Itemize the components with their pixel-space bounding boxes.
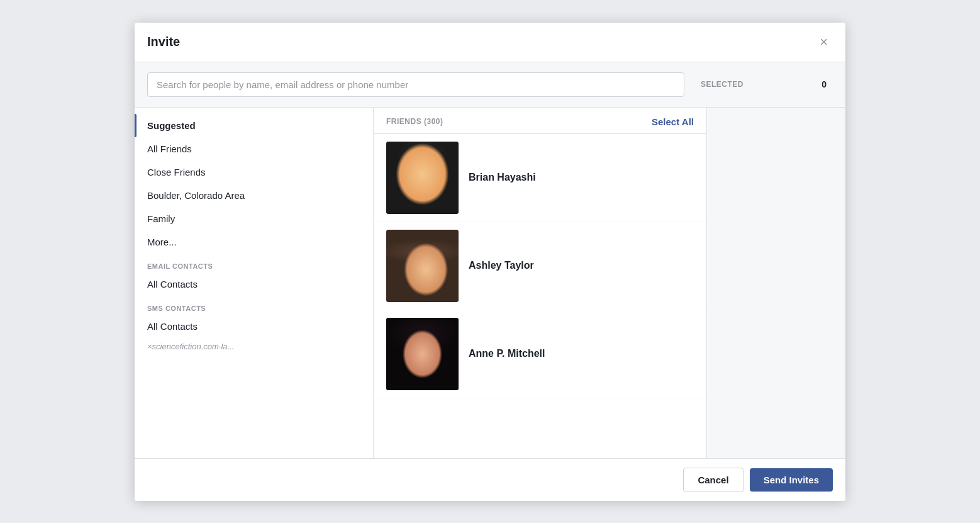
close-button[interactable]: × xyxy=(815,33,833,52)
truncated-email: ×sciencefiction.com·la... xyxy=(135,338,373,355)
sidebar-item-all-friends[interactable]: All Friends xyxy=(135,137,373,160)
friend-name-ashley: Ashley Taylor xyxy=(469,260,534,271)
sidebar-item-family[interactable]: Family xyxy=(135,207,373,230)
sidebar-item-suggested[interactable]: Suggested xyxy=(135,114,373,137)
modal-body: Suggested All Friends Close Friends Boul… xyxy=(135,108,845,458)
modal-header: Invite × xyxy=(135,23,845,62)
cancel-button[interactable]: Cancel xyxy=(683,468,743,492)
sidebar-item-all-contacts-email[interactable]: All Contacts xyxy=(135,273,373,296)
friend-item-brian[interactable]: Brian Hayashi xyxy=(374,134,706,222)
sidebar: Suggested All Friends Close Friends Boul… xyxy=(135,108,374,458)
sidebar-item-all-contacts-sms[interactable]: All Contacts xyxy=(135,315,373,338)
friends-count-label: FRIENDS (300) xyxy=(386,117,443,126)
friends-header: FRIENDS (300) Select All xyxy=(374,108,706,134)
friend-name-brian: Brian Hayashi xyxy=(469,172,536,183)
select-all-button[interactable]: Select All xyxy=(652,116,694,127)
sidebar-item-more[interactable]: More... xyxy=(135,230,373,254)
sidebar-item-close-friends[interactable]: Close Friends xyxy=(135,160,373,184)
send-invites-button[interactable]: Send Invites xyxy=(750,468,833,492)
modal-footer: Cancel Send Invites xyxy=(135,458,845,501)
search-area: SELECTED 0 xyxy=(135,62,845,108)
selected-panel xyxy=(707,108,845,458)
email-contacts-section-label: EMAIL CONTACTS xyxy=(135,254,373,273)
avatar-ashley xyxy=(386,230,459,302)
avatar-brian xyxy=(386,142,459,214)
avatar-anne xyxy=(386,318,459,390)
friend-item-ashley[interactable]: Ashley Taylor xyxy=(374,222,706,310)
selected-label: SELECTED xyxy=(701,80,743,89)
friend-item-anne[interactable]: Anne P. Mitchell xyxy=(374,310,706,398)
selected-area: SELECTED 0 xyxy=(694,72,833,97)
sms-contacts-section-label: SMS CONTACTS xyxy=(135,296,373,315)
modal-title: Invite xyxy=(147,35,180,49)
search-input[interactable] xyxy=(147,72,684,97)
invite-modal: Invite × SELECTED 0 Suggested All Friend… xyxy=(135,23,845,501)
sidebar-item-boulder[interactable]: Boulder, Colorado Area xyxy=(135,184,373,207)
selected-count: 0 xyxy=(821,79,827,89)
friends-panel: FRIENDS (300) Select All Brian Hayashi A… xyxy=(374,108,707,458)
modal-overlay: Invite × SELECTED 0 Suggested All Friend… xyxy=(0,0,980,523)
search-input-wrapper xyxy=(147,72,684,97)
friend-name-anne: Anne P. Mitchell xyxy=(469,348,545,359)
